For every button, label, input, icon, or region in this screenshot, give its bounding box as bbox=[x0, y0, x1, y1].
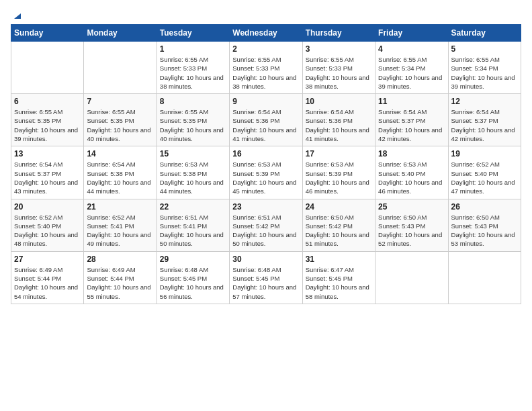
calendar-week-1: 1Sunrise: 6:55 AM Sunset: 5:33 PM Daylig… bbox=[11, 42, 521, 94]
day-info: Sunrise: 6:54 AM Sunset: 5:37 PM Dayligh… bbox=[378, 107, 445, 143]
calendar-cell: 12Sunrise: 6:54 AM Sunset: 5:37 PM Dayli… bbox=[448, 94, 521, 146]
calendar-cell: 19Sunrise: 6:52 AM Sunset: 5:40 PM Dayli… bbox=[448, 146, 521, 199]
calendar-cell: 18Sunrise: 6:53 AM Sunset: 5:40 PM Dayli… bbox=[375, 146, 448, 199]
day-number: 16 bbox=[232, 149, 299, 158]
day-info: Sunrise: 6:54 AM Sunset: 5:38 PM Dayligh… bbox=[87, 160, 153, 195]
day-number: 5 bbox=[451, 44, 518, 54]
calendar-header-tuesday: Tuesday bbox=[157, 25, 229, 42]
day-number: 14 bbox=[87, 149, 153, 158]
day-info: Sunrise: 6:55 AM Sunset: 5:33 PM Dayligh… bbox=[232, 55, 299, 91]
calendar-cell: 9Sunrise: 6:54 AM Sunset: 5:36 PM Daylig… bbox=[230, 94, 302, 146]
calendar-header-monday: Monday bbox=[84, 25, 157, 42]
day-number: 20 bbox=[14, 202, 81, 212]
calendar-cell: 27Sunrise: 6:49 AM Sunset: 5:44 PM Dayli… bbox=[11, 251, 84, 304]
day-info: Sunrise: 6:48 AM Sunset: 5:45 PM Dayligh… bbox=[160, 265, 226, 301]
day-info: Sunrise: 6:54 AM Sunset: 5:36 PM Dayligh… bbox=[306, 107, 372, 143]
day-number: 25 bbox=[378, 202, 445, 212]
day-number: 12 bbox=[451, 97, 518, 106]
day-info: Sunrise: 6:48 AM Sunset: 5:45 PM Dayligh… bbox=[232, 265, 299, 301]
day-number: 13 bbox=[14, 149, 81, 158]
day-info: Sunrise: 6:55 AM Sunset: 5:35 PM Dayligh… bbox=[87, 107, 153, 143]
calendar-header-row: SundayMondayTuesdayWednesdayThursdayFrid… bbox=[11, 25, 521, 42]
calendar-header-sunday: Sunday bbox=[11, 25, 84, 42]
calendar-header-wednesday: Wednesday bbox=[230, 25, 302, 42]
day-number: 29 bbox=[160, 255, 226, 264]
day-info: Sunrise: 6:55 AM Sunset: 5:34 PM Dayligh… bbox=[378, 55, 445, 91]
day-info: Sunrise: 6:55 AM Sunset: 5:35 PM Dayligh… bbox=[14, 107, 81, 143]
day-number: 31 bbox=[306, 255, 372, 264]
day-info: Sunrise: 6:54 AM Sunset: 5:36 PM Dayligh… bbox=[232, 107, 299, 143]
day-info: Sunrise: 6:50 AM Sunset: 5:43 PM Dayligh… bbox=[451, 213, 518, 248]
calendar-cell: 11Sunrise: 6:54 AM Sunset: 5:37 PM Dayli… bbox=[375, 94, 448, 146]
calendar-cell bbox=[448, 251, 521, 304]
calendar-cell: 6Sunrise: 6:55 AM Sunset: 5:35 PM Daylig… bbox=[11, 94, 84, 146]
day-number: 21 bbox=[87, 202, 153, 212]
day-number: 26 bbox=[451, 202, 518, 212]
calendar-header-saturday: Saturday bbox=[448, 25, 521, 42]
day-info: Sunrise: 6:51 AM Sunset: 5:42 PM Dayligh… bbox=[232, 213, 299, 248]
day-number: 2 bbox=[232, 44, 299, 54]
day-info: Sunrise: 6:55 AM Sunset: 5:33 PM Dayligh… bbox=[306, 55, 372, 91]
calendar-cell: 30Sunrise: 6:48 AM Sunset: 5:45 PM Dayli… bbox=[230, 251, 302, 304]
day-info: Sunrise: 6:53 AM Sunset: 5:39 PM Dayligh… bbox=[306, 160, 372, 195]
calendar-cell: 31Sunrise: 6:47 AM Sunset: 5:45 PM Dayli… bbox=[302, 251, 375, 304]
svg-marker-0 bbox=[14, 13, 21, 19]
day-info: Sunrise: 6:54 AM Sunset: 5:37 PM Dayligh… bbox=[451, 107, 518, 143]
day-info: Sunrise: 6:54 AM Sunset: 5:37 PM Dayligh… bbox=[14, 160, 81, 195]
day-info: Sunrise: 6:53 AM Sunset: 5:40 PM Dayligh… bbox=[378, 160, 445, 195]
calendar-cell: 25Sunrise: 6:50 AM Sunset: 5:43 PM Dayli… bbox=[375, 199, 448, 251]
day-number: 30 bbox=[232, 255, 299, 264]
calendar-cell bbox=[11, 42, 84, 94]
day-info: Sunrise: 6:52 AM Sunset: 5:41 PM Dayligh… bbox=[87, 213, 153, 248]
calendar-week-2: 6Sunrise: 6:55 AM Sunset: 5:35 PM Daylig… bbox=[11, 94, 521, 146]
calendar-cell: 16Sunrise: 6:53 AM Sunset: 5:39 PM Dayli… bbox=[230, 146, 302, 199]
calendar-body: 1Sunrise: 6:55 AM Sunset: 5:33 PM Daylig… bbox=[11, 42, 521, 304]
day-number: 3 bbox=[306, 44, 372, 54]
calendar-cell: 2Sunrise: 6:55 AM Sunset: 5:33 PM Daylig… bbox=[230, 42, 302, 94]
calendar-cell: 10Sunrise: 6:54 AM Sunset: 5:36 PM Dayli… bbox=[302, 94, 375, 146]
day-number: 15 bbox=[160, 149, 226, 158]
day-number: 7 bbox=[87, 97, 153, 106]
calendar-cell: 13Sunrise: 6:54 AM Sunset: 5:37 PM Dayli… bbox=[11, 146, 84, 199]
day-number: 23 bbox=[232, 202, 299, 212]
day-number: 8 bbox=[160, 97, 226, 106]
day-info: Sunrise: 6:53 AM Sunset: 5:38 PM Dayligh… bbox=[160, 160, 226, 195]
calendar-cell: 23Sunrise: 6:51 AM Sunset: 5:42 PM Dayli… bbox=[230, 199, 302, 251]
page-header bbox=[11, 11, 521, 17]
day-info: Sunrise: 6:47 AM Sunset: 5:45 PM Dayligh… bbox=[306, 265, 372, 301]
logo bbox=[11, 11, 22, 17]
day-info: Sunrise: 6:50 AM Sunset: 5:43 PM Dayligh… bbox=[378, 213, 445, 248]
day-info: Sunrise: 6:49 AM Sunset: 5:44 PM Dayligh… bbox=[14, 265, 81, 301]
calendar-cell: 28Sunrise: 6:49 AM Sunset: 5:44 PM Dayli… bbox=[84, 251, 157, 304]
calendar-cell bbox=[375, 251, 448, 304]
calendar-week-5: 27Sunrise: 6:49 AM Sunset: 5:44 PM Dayli… bbox=[11, 251, 521, 304]
calendar-header-friday: Friday bbox=[375, 25, 448, 42]
day-info: Sunrise: 6:55 AM Sunset: 5:34 PM Dayligh… bbox=[451, 55, 518, 91]
calendar-cell: 21Sunrise: 6:52 AM Sunset: 5:41 PM Dayli… bbox=[84, 199, 157, 251]
day-number: 19 bbox=[451, 149, 518, 158]
calendar-cell: 8Sunrise: 6:55 AM Sunset: 5:35 PM Daylig… bbox=[157, 94, 229, 146]
calendar-cell: 22Sunrise: 6:51 AM Sunset: 5:41 PM Dayli… bbox=[157, 199, 229, 251]
calendar-cell: 26Sunrise: 6:50 AM Sunset: 5:43 PM Dayli… bbox=[448, 199, 521, 251]
calendar-cell: 5Sunrise: 6:55 AM Sunset: 5:34 PM Daylig… bbox=[448, 42, 521, 94]
day-info: Sunrise: 6:52 AM Sunset: 5:40 PM Dayligh… bbox=[451, 160, 518, 195]
calendar-cell: 24Sunrise: 6:50 AM Sunset: 5:42 PM Dayli… bbox=[302, 199, 375, 251]
day-number: 17 bbox=[306, 149, 372, 158]
day-info: Sunrise: 6:50 AM Sunset: 5:42 PM Dayligh… bbox=[306, 213, 372, 248]
calendar-cell: 4Sunrise: 6:55 AM Sunset: 5:34 PM Daylig… bbox=[375, 42, 448, 94]
day-number: 9 bbox=[232, 97, 299, 106]
day-info: Sunrise: 6:51 AM Sunset: 5:41 PM Dayligh… bbox=[160, 213, 226, 248]
day-number: 24 bbox=[306, 202, 372, 212]
calendar-cell: 3Sunrise: 6:55 AM Sunset: 5:33 PM Daylig… bbox=[302, 42, 375, 94]
calendar-cell: 14Sunrise: 6:54 AM Sunset: 5:38 PM Dayli… bbox=[84, 146, 157, 199]
calendar-week-3: 13Sunrise: 6:54 AM Sunset: 5:37 PM Dayli… bbox=[11, 146, 521, 199]
logo-icon bbox=[11, 9, 22, 20]
day-info: Sunrise: 6:49 AM Sunset: 5:44 PM Dayligh… bbox=[87, 265, 153, 301]
calendar-cell: 17Sunrise: 6:53 AM Sunset: 5:39 PM Dayli… bbox=[302, 146, 375, 199]
calendar-cell: 7Sunrise: 6:55 AM Sunset: 5:35 PM Daylig… bbox=[84, 94, 157, 146]
day-info: Sunrise: 6:55 AM Sunset: 5:35 PM Dayligh… bbox=[160, 107, 226, 143]
day-number: 10 bbox=[306, 97, 372, 106]
day-info: Sunrise: 6:52 AM Sunset: 5:40 PM Dayligh… bbox=[14, 213, 81, 248]
day-info: Sunrise: 6:53 AM Sunset: 5:39 PM Dayligh… bbox=[232, 160, 299, 195]
day-number: 28 bbox=[87, 255, 153, 264]
